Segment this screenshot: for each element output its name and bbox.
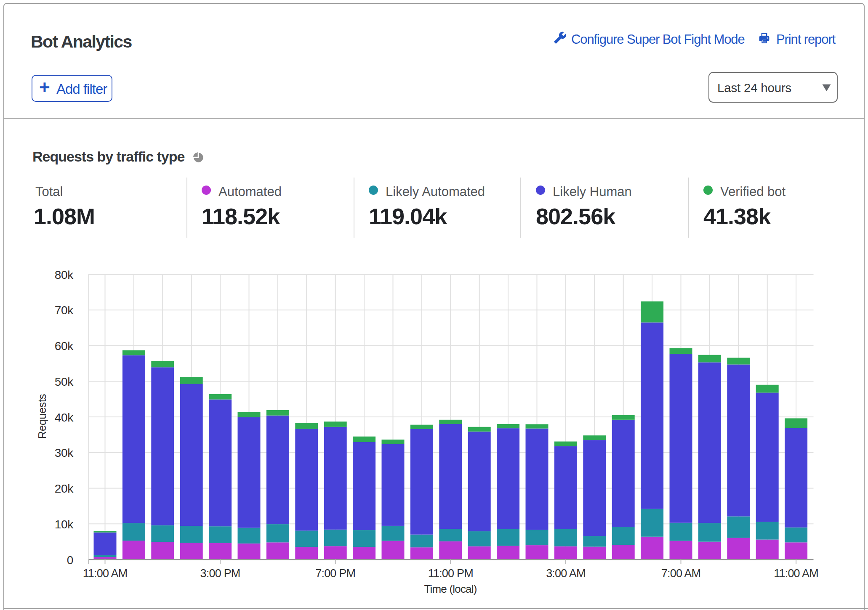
svg-text:3:00 AM: 3:00 AM [546, 567, 585, 580]
svg-text:0: 0 [67, 554, 73, 567]
svg-text:11:00 PM: 11:00 PM [428, 567, 473, 580]
svg-text:10k: 10k [55, 518, 74, 531]
svg-text:7:00 AM: 7:00 AM [661, 567, 700, 580]
svg-text:Requests: Requests [36, 394, 48, 439]
svg-text:50k: 50k [55, 375, 74, 388]
svg-text:7:00 PM: 7:00 PM [315, 567, 355, 580]
svg-text:11:00 AM: 11:00 AM [83, 567, 128, 580]
svg-text:3:00 PM: 3:00 PM [200, 567, 240, 580]
svg-text:20k: 20k [55, 482, 74, 495]
svg-text:70k: 70k [55, 304, 74, 317]
svg-text:11:00 AM: 11:00 AM [774, 567, 818, 580]
svg-text:40k: 40k [55, 411, 74, 424]
svg-text:30k: 30k [55, 446, 74, 459]
svg-text:60k: 60k [55, 339, 74, 353]
svg-text:Time (local): Time (local) [424, 583, 477, 595]
svg-text:80k: 80k [55, 268, 74, 281]
